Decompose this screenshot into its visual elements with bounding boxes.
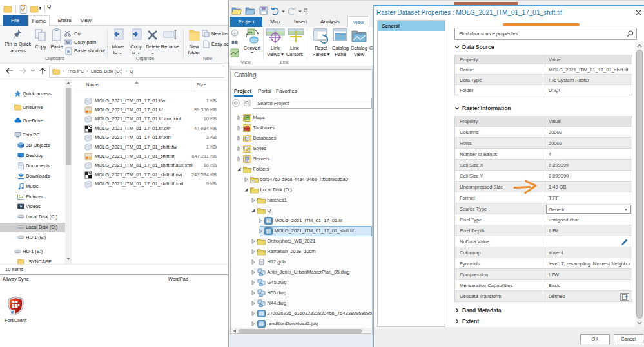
svg-text:W: W <box>66 41 70 44</box>
